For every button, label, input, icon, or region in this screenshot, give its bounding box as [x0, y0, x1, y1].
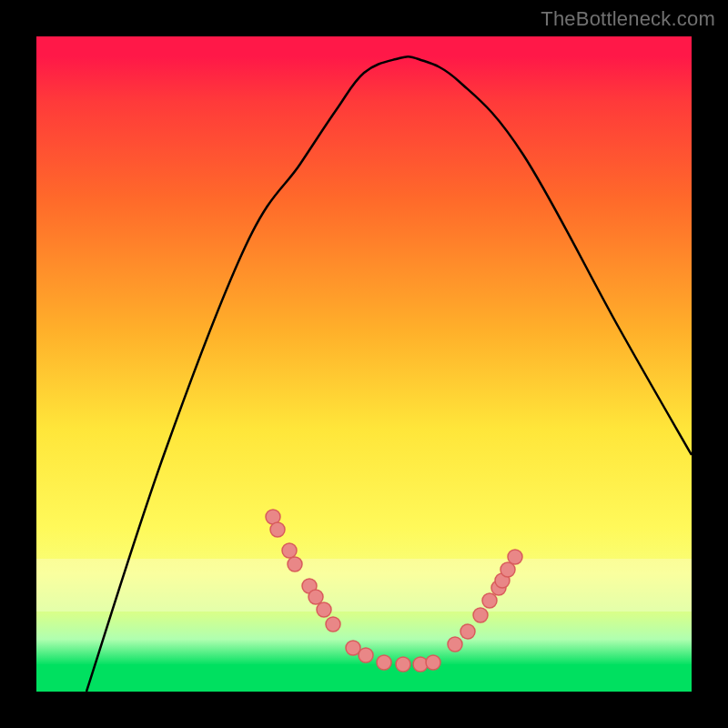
data-marker: [377, 655, 391, 670]
data-marker: [288, 557, 302, 571]
markers-right-cluster: [448, 550, 522, 652]
plot-area: [36, 36, 692, 692]
data-marker: [473, 608, 488, 622]
data-marker: [482, 593, 497, 608]
data-marker: [326, 617, 340, 632]
data-marker: [448, 637, 462, 652]
markers-bottom-cluster: [346, 641, 440, 672]
bottleneck-curve: [86, 56, 692, 692]
curve-layer: [36, 36, 692, 692]
data-marker: [396, 657, 410, 672]
data-marker: [508, 550, 522, 564]
data-marker: [359, 648, 373, 662]
watermark-text: TheBottleneck.com: [541, 7, 715, 31]
data-marker: [282, 543, 297, 558]
data-marker: [270, 522, 285, 537]
data-marker: [460, 624, 475, 639]
markers-left-cluster: [266, 510, 340, 632]
data-marker: [317, 602, 331, 617]
data-marker: [308, 590, 323, 604]
chart-frame: TheBottleneck.com: [0, 0, 728, 728]
data-marker: [426, 655, 440, 670]
